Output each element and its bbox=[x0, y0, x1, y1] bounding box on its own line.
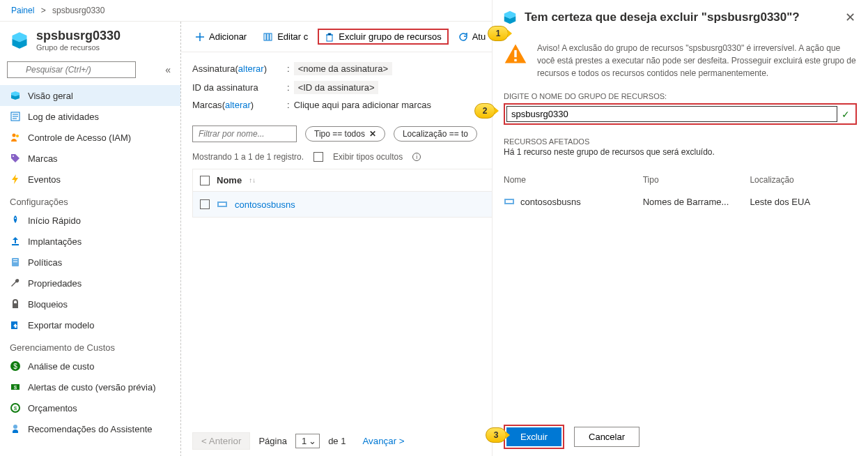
aff-col-name: Nome bbox=[504, 175, 643, 185]
filter-type-pill[interactable]: Tipo == todos✕ bbox=[305, 126, 385, 142]
page-title: spsbusrg0330 bbox=[36, 29, 121, 43]
resource-group-header: spsbusrg0330 Grupo de recursos bbox=[0, 22, 180, 59]
callout-2: 2 bbox=[474, 103, 495, 119]
aff-col-type: Tipo bbox=[643, 175, 750, 185]
row-checkbox[interactable] bbox=[200, 199, 210, 209]
add-button[interactable]: Adicionar bbox=[188, 29, 254, 45]
edit-columns-button[interactable]: Editar c bbox=[256, 29, 315, 45]
upload-icon bbox=[10, 236, 21, 247]
svg-text:$: $ bbox=[13, 363, 17, 370]
svg-rect-13 bbox=[13, 261, 17, 262]
nav-label: Exportar modelo bbox=[28, 320, 94, 330]
confirm-input-label: DIGITE O NOME DO GRUPO DE RECURSOS: bbox=[493, 89, 868, 103]
svg-rect-28 bbox=[219, 203, 226, 206]
nav-tags[interactable]: Marcas bbox=[0, 148, 180, 169]
dollar-icon: $ bbox=[10, 360, 21, 372]
show-hidden-checkbox[interactable] bbox=[313, 152, 323, 162]
nav-quickstart[interactable]: Início Rápido bbox=[0, 210, 180, 231]
prev-page-button[interactable]: < Anterior bbox=[192, 432, 250, 450]
nav-label: Alertas de custo (versão prévia) bbox=[28, 382, 156, 393]
affected-resources-subtext: Há 1 recurso neste grupo de recursos que… bbox=[493, 147, 868, 165]
nav-export-template[interactable]: Exportar modelo bbox=[0, 314, 180, 335]
nav-advisor[interactable]: Recomendações do Assistente bbox=[0, 418, 180, 439]
svg-point-6 bbox=[13, 134, 16, 137]
nav-label: Recomendações do Assistente bbox=[28, 424, 153, 434]
nav-label: Controle de Acesso (IAM) bbox=[28, 132, 131, 143]
cube-icon bbox=[10, 90, 21, 101]
nav-properties[interactable]: Propriedades bbox=[0, 273, 180, 294]
refresh-icon bbox=[458, 32, 468, 42]
svg-rect-29 bbox=[514, 50, 516, 57]
select-all-checkbox[interactable] bbox=[200, 176, 210, 185]
resource-group-icon bbox=[502, 10, 518, 25]
nav-activity-log[interactable]: Log de atividades bbox=[0, 106, 180, 127]
nav-cost-alerts[interactable]: $Alertas de custo (versão prévia) bbox=[0, 377, 180, 397]
trash-icon bbox=[325, 32, 334, 42]
checkmark-icon: ✓ bbox=[837, 109, 854, 120]
tag-icon bbox=[10, 153, 21, 164]
nav-label: Log de atividades bbox=[28, 112, 99, 122]
change-tags-link[interactable]: alterar bbox=[225, 100, 251, 110]
nav-budgets[interactable]: $Orçamentos bbox=[0, 397, 180, 418]
sidebar: spsbusrg0330 Grupo de recursos « Visão g… bbox=[0, 22, 181, 456]
nav-events[interactable]: Eventos bbox=[0, 169, 180, 190]
refresh-button[interactable]: Atu bbox=[451, 29, 493, 45]
alert-dollar-icon: $ bbox=[10, 381, 21, 393]
nav-label: Implantações bbox=[28, 236, 82, 247]
close-panel-button[interactable]: ✕ bbox=[842, 7, 858, 28]
affected-row: contososbusns Nomes de Barrame... Leste … bbox=[493, 190, 868, 213]
page-select[interactable]: 1 ⌄ bbox=[295, 434, 320, 448]
plus-icon bbox=[195, 32, 205, 42]
panel-title: Tem certeza que deseja excluir "spsbusrg… bbox=[525, 10, 835, 24]
nav-label: Marcas bbox=[28, 153, 58, 164]
nav-label: Orçamentos bbox=[28, 403, 77, 413]
subscription-id-value: <ID da assinatura> bbox=[294, 81, 379, 94]
delete-resource-group-button[interactable]: Excluir grupo de recursos bbox=[318, 29, 448, 45]
nav-label: Políticas bbox=[28, 257, 62, 268]
breadcrumb-root[interactable]: Painel bbox=[11, 6, 34, 15]
svg-point-8 bbox=[13, 155, 14, 157]
callout-3: 3 bbox=[486, 427, 506, 443]
column-name-header[interactable]: Nome bbox=[217, 175, 242, 185]
cancel-button[interactable]: Cancelar bbox=[574, 427, 640, 447]
resource-name-link[interactable]: contososbusns bbox=[235, 199, 295, 210]
people-icon bbox=[10, 132, 21, 143]
callout-1: 1 bbox=[488, 26, 509, 41]
svg-rect-30 bbox=[514, 59, 516, 61]
svg-text:$: $ bbox=[14, 384, 17, 390]
columns-icon bbox=[263, 32, 273, 42]
page-of-label: de 1 bbox=[328, 436, 346, 446]
nav-cost-analysis[interactable]: $Análise de custo bbox=[0, 356, 180, 377]
confirm-delete-button[interactable]: Excluir bbox=[506, 427, 561, 446]
subscription-label: Assinatura bbox=[192, 63, 235, 74]
affected-resources-header: RECURSOS AFETADOS bbox=[493, 135, 868, 147]
next-page-button[interactable]: Avançar > bbox=[354, 433, 412, 449]
nav-policies[interactable]: Políticas bbox=[0, 252, 180, 273]
subscription-id-label: ID da assinatura bbox=[192, 82, 283, 93]
budget-icon: $ bbox=[10, 402, 21, 413]
change-subscription-link[interactable]: alterar bbox=[238, 63, 264, 74]
sidebar-search-input[interactable] bbox=[7, 61, 136, 78]
page-subtitle: Grupo de recursos bbox=[36, 43, 121, 52]
info-icon[interactable]: i bbox=[412, 153, 421, 161]
nav-overview[interactable]: Visão geral bbox=[0, 85, 180, 106]
clear-icon: ✕ bbox=[369, 129, 376, 139]
affected-name: contososbusns bbox=[520, 197, 581, 207]
add-tags-link[interactable]: Clique aqui para adicionar marcas bbox=[294, 100, 431, 110]
lock-icon bbox=[10, 298, 21, 310]
breadcrumb-sep: > bbox=[41, 6, 46, 15]
section-settings: Configurações bbox=[0, 190, 180, 210]
nav-locks[interactable]: Bloqueios bbox=[0, 294, 180, 314]
filter-location-pill[interactable]: Localização == to bbox=[394, 126, 477, 142]
collapse-sidebar-button[interactable]: « bbox=[162, 63, 173, 77]
rocket-icon bbox=[10, 215, 21, 226]
chevron-down-icon: ⌄ bbox=[309, 436, 316, 446]
confirm-name-input[interactable] bbox=[506, 106, 837, 122]
filter-name-input[interactable] bbox=[192, 126, 297, 142]
nav-access-control[interactable]: Controle de Acesso (IAM) bbox=[0, 127, 180, 148]
nav-deployments[interactable]: Implantações bbox=[0, 231, 180, 252]
nav-label: Análise de custo bbox=[28, 361, 94, 372]
resource-group-icon bbox=[10, 31, 29, 50]
svg-text:$: $ bbox=[14, 405, 17, 411]
svg-point-9 bbox=[15, 218, 16, 219]
